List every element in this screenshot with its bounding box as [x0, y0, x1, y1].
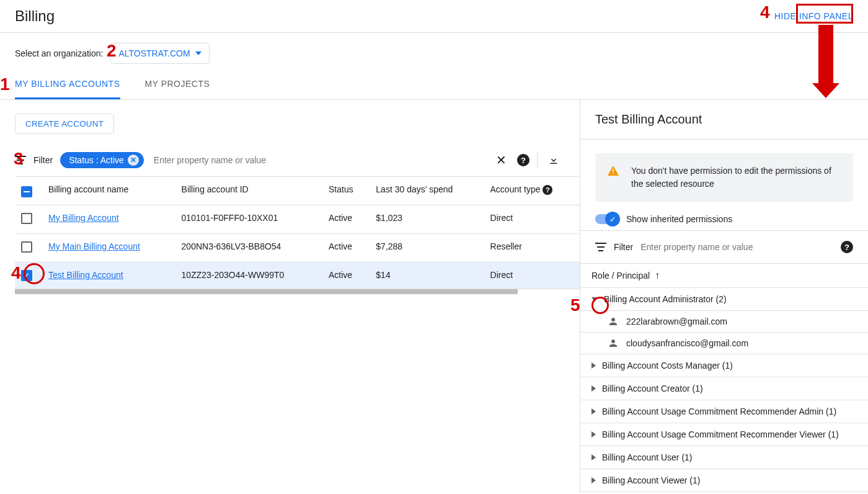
account-id: 200NN3-636LV3-BB8O54: [175, 234, 322, 263]
download-icon[interactable]: [545, 151, 562, 169]
account-type: Reseller: [484, 234, 580, 263]
role-row[interactable]: Billing Account Usage Commitment Recomme…: [580, 400, 868, 423]
principal-email: cloudysanfrancisco@gmail.com: [626, 338, 748, 348]
account-spend: $14: [370, 263, 484, 289]
role-row[interactable]: Billing Account Usage Commitment Recomme…: [580, 423, 868, 446]
tabs: MY BILLING ACCOUNTS MY PROJECTS: [0, 70, 868, 100]
role-label: Billing Account Costs Manager (1): [602, 361, 733, 370]
role-row[interactable]: Billing Account User (1): [580, 446, 868, 469]
filter-icon: [15, 156, 26, 164]
permission-notice: You don't have permission to edit the pe…: [595, 153, 853, 202]
account-link[interactable]: My Billing Account: [48, 213, 119, 223]
account-status: Active: [322, 234, 370, 263]
expand-icon: [591, 431, 596, 438]
org-value: ALTOSTRAT.COM: [118, 48, 190, 58]
col-status[interactable]: Status: [322, 177, 370, 205]
col-type[interactable]: Account type ?: [484, 177, 580, 205]
principal-row[interactable]: 222larabrown@gmail.com: [580, 311, 868, 333]
table-row[interactable]: My Main Billing Account 200NN3-636LV3-BB…: [15, 234, 580, 263]
panel-filter-input[interactable]: [640, 242, 833, 252]
account-id: 10ZZ23-203O44-WW99T0: [175, 263, 322, 289]
roles-list: Billing Account Administrator (2) 222lar…: [580, 288, 868, 492]
person-icon: [608, 316, 619, 327]
tab-my-billing-accounts[interactable]: MY BILLING ACCOUNTS: [15, 70, 120, 99]
account-spend: $1,023: [370, 205, 484, 234]
help-icon[interactable]: ?: [542, 185, 552, 195]
row-checkbox[interactable]: [21, 241, 32, 253]
table-row[interactable]: ✓ Test Billing Account 10ZZ23-203O44-WW9…: [15, 263, 580, 289]
billing-accounts-table: Billing account name Billing account ID …: [15, 176, 580, 289]
clear-filter-icon[interactable]: ✕: [492, 151, 510, 169]
org-selector-row: Select an organization: ALTOSTRAT.COM: [0, 33, 868, 70]
expand-icon: [591, 297, 598, 302]
col-id[interactable]: Billing account ID: [175, 177, 322, 205]
role-row[interactable]: Billing Account Creator (1): [580, 377, 868, 400]
toggle-label: Show inherited permissions: [626, 214, 732, 224]
account-status: Active: [322, 205, 370, 234]
org-label: Select an organization:: [15, 48, 103, 58]
account-spend: $7,288: [370, 234, 484, 263]
account-link[interactable]: My Main Billing Account: [48, 241, 140, 251]
principal-email: 222larabrown@gmail.com: [626, 317, 727, 326]
select-all-checkbox[interactable]: [21, 186, 32, 197]
expand-icon: [591, 385, 596, 392]
col-spend[interactable]: Last 30 days' spend: [370, 177, 484, 205]
horizontal-scrollbar[interactable]: [15, 289, 518, 294]
filter-chip-status[interactable]: Status : Active ✕: [60, 152, 144, 168]
create-account-button[interactable]: CREATE ACCOUNT: [15, 114, 114, 134]
role-label: Billing Account Administrator (2): [604, 294, 727, 304]
notice-text: You don't have permission to edit the pe…: [631, 164, 841, 191]
filter-bar: Filter Status : Active ✕ ✕ ?: [15, 151, 580, 169]
account-link[interactable]: Test Billing Account: [48, 270, 123, 280]
role-row[interactable]: Billing Account Administrator (2): [580, 288, 868, 311]
info-panel: Test Billing Account You don't have perm…: [580, 100, 868, 492]
panel-filter-bar: Filter ?: [580, 230, 868, 264]
role-label: Billing Account Usage Commitment Recomme…: [602, 429, 839, 439]
account-type: Direct: [484, 263, 580, 289]
role-label: Billing Account Creator (1): [602, 384, 703, 393]
row-checkbox[interactable]: [21, 213, 32, 224]
warning-icon: [608, 166, 619, 176]
sort-asc-icon: ↑: [655, 270, 660, 281]
principal-row[interactable]: cloudysanfrancisco@gmail.com: [580, 333, 868, 354]
expand-icon: [591, 408, 596, 415]
clear-chip-icon[interactable]: ✕: [128, 155, 139, 166]
hide-info-panel-button[interactable]: HIDE INFO PANEL: [774, 11, 853, 21]
role-row[interactable]: Billing Account Costs Manager (1): [580, 354, 868, 377]
account-id: 010101-F0FFF0-10XX01: [175, 205, 322, 234]
expand-icon: [591, 362, 596, 369]
table-row[interactable]: My Billing Account 010101-F0FFF0-10XX01 …: [15, 205, 580, 234]
roles-header[interactable]: Role / Principal ↑: [580, 264, 868, 288]
help-icon[interactable]: ?: [841, 241, 853, 253]
table-header-row: Billing account name Billing account ID …: [15, 177, 580, 205]
role-row[interactable]: Billing Account Viewer (1): [580, 469, 868, 492]
role-label: Billing Account Usage Commitment Recomme…: [602, 406, 836, 416]
filter-icon: [595, 243, 606, 251]
row-checkbox[interactable]: ✓: [21, 270, 32, 281]
divider: [537, 153, 538, 168]
expand-icon: [591, 454, 596, 460]
role-label: Billing Account Viewer (1): [602, 475, 700, 485]
account-type: Direct: [484, 205, 580, 234]
page-header: Billing HIDE INFO PANEL: [0, 0, 868, 33]
info-panel-title: Test Billing Account: [580, 100, 868, 140]
tab-my-projects[interactable]: MY PROJECTS: [145, 70, 210, 99]
filter-chip-label: Status : Active: [69, 155, 124, 165]
col-name[interactable]: Billing account name: [42, 177, 175, 205]
inherited-permissions-toggle[interactable]: ✓: [595, 214, 619, 224]
main-content: CREATE ACCOUNT Filter Status : Active ✕ …: [0, 100, 580, 492]
panel-filter-label: Filter: [614, 242, 633, 252]
page-title: Billing: [15, 7, 55, 25]
person-icon: [608, 338, 619, 349]
expand-icon: [591, 477, 596, 483]
filter-input[interactable]: [151, 151, 485, 169]
account-status: Active: [322, 263, 370, 289]
chevron-down-icon: [195, 52, 202, 55]
help-icon[interactable]: ?: [517, 154, 529, 166]
filter-label: Filter: [33, 155, 53, 165]
role-label: Billing Account User (1): [602, 452, 693, 462]
org-picker[interactable]: ALTOSTRAT.COM: [110, 43, 209, 64]
